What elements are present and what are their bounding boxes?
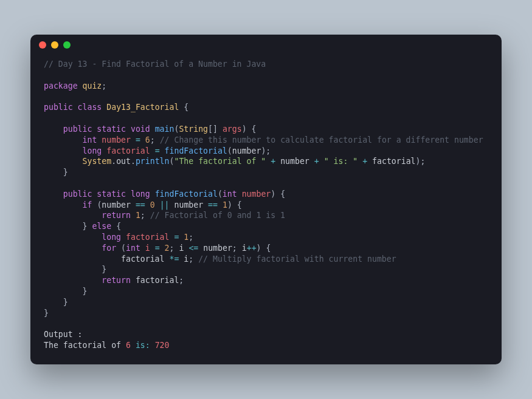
type-long2: long (102, 233, 121, 242)
obj-system: System (83, 157, 112, 166)
output-result: 720 (155, 341, 170, 350)
output-pre: The factorial of (44, 341, 126, 350)
code-window: // Day 13 - Find Factorial of a Number i… (30, 35, 502, 364)
code-block: // Day 13 - Find Factorial of a Number i… (30, 55, 502, 364)
kw-return: return (102, 211, 131, 220)
op-eq: = (136, 135, 140, 145)
type-long: long (83, 146, 102, 155)
kw-static2: static (97, 189, 126, 199)
kw-package: package (44, 81, 78, 90)
op-eqeq: == (136, 200, 145, 210)
close-icon[interactable] (39, 41, 46, 49)
arg-number: number (232, 146, 261, 155)
op-eq3: = (174, 233, 179, 242)
kw-for: for (102, 244, 116, 253)
num-1: 1 (223, 200, 227, 210)
op-eq2: = (155, 146, 160, 155)
kw-public: public (44, 103, 73, 112)
kw-static: static (97, 124, 126, 134)
var-i3: i (242, 244, 247, 253)
param-args: args (223, 124, 242, 134)
comment-base: // Factorial of 0 and 1 is 1 (150, 211, 285, 220)
title-comment: // Day 13 - Find Factorial of a Number i… (44, 60, 266, 69)
cond-var: number (102, 200, 131, 210)
v-factorial: factorial (372, 157, 415, 166)
var-factorial: factorial (106, 146, 150, 155)
var-factorial2: factorial (126, 233, 169, 242)
fn-findfactorial: findFactorial (155, 189, 218, 199)
output-input-num: 6 (126, 341, 131, 350)
op-or: || (160, 200, 170, 210)
op-pp: ++ (247, 244, 257, 253)
op-plus: + (271, 157, 275, 166)
num-6: 6 (145, 135, 150, 145)
type-int: int (83, 135, 97, 145)
output-label: Output : (44, 330, 83, 339)
minimize-icon[interactable] (51, 41, 58, 49)
var-i2: i (179, 244, 184, 253)
ret-1: 1 (136, 211, 140, 220)
op-muleq: *= (169, 254, 179, 264)
ret-void: void (131, 124, 150, 134)
num-2: 2 (165, 244, 170, 253)
fn-println: println (136, 157, 170, 166)
kw-else: else (92, 222, 111, 231)
comment-change: // Change this number to calculate facto… (160, 135, 483, 145)
op-plus3: + (362, 157, 367, 166)
param-number: number (242, 189, 271, 199)
obj-out: out (116, 157, 131, 166)
str-1: "The factorial of " (174, 157, 266, 166)
kw-if: if (83, 200, 92, 210)
num-0: 0 (150, 200, 155, 210)
call-findfactorial: findFactorial (165, 146, 227, 155)
class-name: Day13_Factorial (106, 103, 179, 112)
comment-mul: // Multiply factorial with current numbe… (198, 254, 396, 264)
kw-public3: public (63, 189, 92, 199)
output-mid: is: (131, 341, 155, 350)
pkg-name: quiz (83, 81, 102, 90)
param-int: int (223, 189, 237, 199)
for-lim: number (203, 244, 232, 253)
kw-public2: public (63, 124, 92, 134)
fn-main: main (155, 124, 174, 134)
op-le: <= (188, 244, 198, 253)
op-eqeq2: == (208, 200, 218, 210)
str-2: " is: " (324, 157, 358, 166)
var-i: i (145, 244, 150, 253)
op-plus2: + (314, 157, 319, 166)
type-int2: int (126, 244, 140, 253)
ret-long: long (131, 189, 150, 199)
op-eq4: = (155, 244, 160, 253)
window-titlebar (30, 35, 502, 55)
cond-var2: number (174, 200, 204, 210)
param-type-string: String (179, 124, 208, 134)
kw-return2: return (102, 276, 131, 285)
body-lhs: factorial (121, 254, 164, 264)
kw-class: class (78, 103, 102, 112)
maximize-icon[interactable] (63, 41, 71, 49)
var-number: number (102, 135, 131, 145)
ret-factorial: factorial (136, 276, 179, 285)
v-number: number (280, 157, 309, 166)
